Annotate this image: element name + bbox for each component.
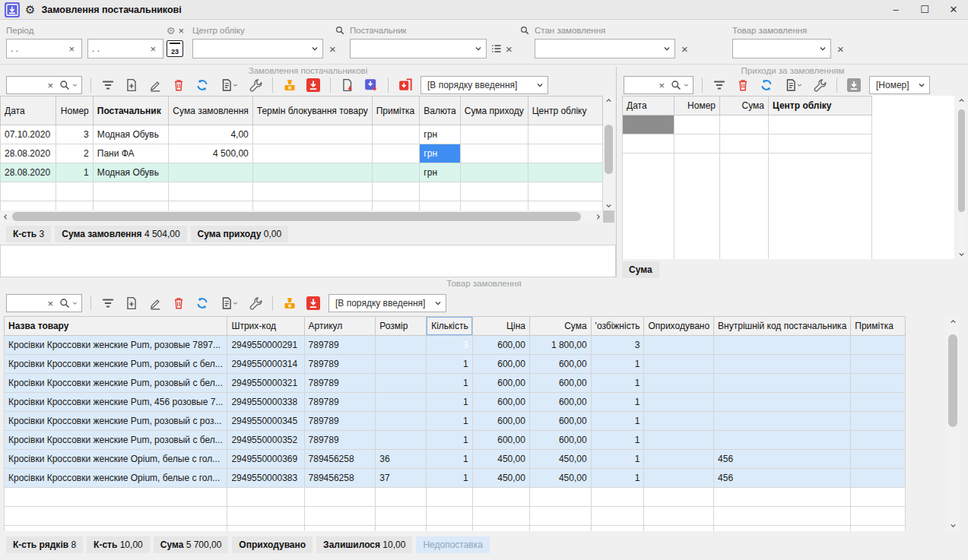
table-cell[interactable] — [169, 163, 252, 182]
table-cell[interactable] — [372, 201, 420, 211]
refresh-button[interactable] — [758, 76, 775, 94]
table-cell[interactable] — [252, 125, 372, 144]
column-header[interactable]: 'озбіжність — [591, 317, 644, 336]
report-menu-button[interactable] — [217, 76, 240, 94]
table-cell[interactable] — [851, 488, 906, 507]
table-cell[interactable]: 28.08.2020 — [1, 144, 56, 163]
scroll-up-icon[interactable] — [947, 318, 959, 325]
table-cell[interactable] — [372, 125, 420, 144]
filter-button[interactable] — [711, 76, 728, 94]
table-cell[interactable]: Кросівки Кроссовки женские Pum, 456 розо… — [5, 393, 227, 412]
table-cell[interactable]: 600,00 — [529, 355, 591, 374]
maximize-button[interactable]: ☐ — [910, 0, 939, 19]
state-clear-icon[interactable]: × — [678, 43, 691, 55]
table-cell[interactable] — [420, 182, 460, 201]
chevron-down-icon[interactable] — [683, 81, 690, 89]
date-from-clear-icon[interactable]: × — [65, 44, 78, 54]
table-cell[interactable] — [426, 507, 472, 526]
table-cell[interactable]: 789789 — [304, 336, 376, 355]
table-cell[interactable]: 789789 — [304, 412, 376, 431]
table-cell[interactable]: 2949550000321 — [227, 374, 304, 393]
table-cell[interactable] — [252, 201, 372, 211]
table-cell[interactable]: 37 — [376, 469, 426, 488]
table-cell[interactable]: Кросівки Кроссовки женские Pum, розовый … — [5, 355, 227, 374]
scrollbar-thumb[interactable] — [948, 334, 957, 427]
table-cell[interactable]: 1 — [426, 469, 472, 488]
column-header[interactable]: Номер — [56, 96, 94, 125]
refresh-button[interactable] — [194, 294, 211, 312]
column-header[interactable]: Примітка — [851, 317, 906, 336]
table-cell[interactable] — [1, 201, 56, 211]
items-vertical-scrollbar[interactable] — [947, 316, 959, 531]
table-cell[interactable]: 600,00 — [472, 412, 529, 431]
table-cell[interactable]: 1 — [591, 393, 644, 412]
table-cell[interactable] — [227, 488, 304, 507]
export-document-button[interactable] — [339, 76, 356, 94]
table-cell[interactable] — [1, 182, 56, 201]
table-row[interactable]: Кросівки Кроссовки женские Pum, 456 розо… — [5, 393, 906, 412]
period-settings-gear-icon[interactable]: ⚙ — [167, 25, 176, 36]
table-cell[interactable]: 600,00 — [472, 355, 529, 374]
table-cell[interactable] — [420, 201, 460, 211]
unload-button[interactable] — [397, 76, 414, 94]
orders-sort-select[interactable]: [В порядку введення] — [421, 76, 548, 94]
table-cell[interactable]: 4,00 — [169, 125, 252, 144]
column-header[interactable]: Дата — [1, 96, 56, 125]
table-cell[interactable]: 789456258 — [304, 450, 376, 469]
table-cell[interactable]: 1 — [591, 431, 644, 450]
table-cell[interactable] — [426, 526, 472, 532]
table-cell[interactable]: 2949550000291 — [227, 336, 304, 355]
table-cell[interactable]: 600,00 — [529, 431, 591, 450]
report-menu-button[interactable] — [782, 76, 805, 94]
table-row[interactable]: Кросівки Кроссовки женские Opium, белые … — [5, 469, 906, 488]
table-cell[interactable]: 600,00 — [529, 412, 591, 431]
delete-record-button[interactable] — [170, 294, 187, 312]
import-button[interactable] — [305, 294, 322, 312]
table-cell[interactable] — [769, 134, 872, 153]
table-cell[interactable] — [644, 355, 714, 374]
weigh-scale-button[interactable] — [281, 76, 298, 94]
import-package-button[interactable] — [363, 76, 379, 94]
calendar-icon[interactable]: 23 — [167, 40, 183, 57]
table-cell[interactable]: грн — [420, 125, 460, 144]
settings-gear-icon[interactable]: ⚙ — [25, 4, 35, 15]
column-header[interactable]: Термін блокування товару — [252, 96, 372, 125]
clear-search-icon[interactable]: × — [655, 81, 668, 90]
table-cell[interactable]: 450,00 — [529, 450, 591, 469]
table-cell[interactable]: 450,00 — [472, 450, 529, 469]
table-cell[interactable] — [252, 163, 372, 182]
scroll-down-icon[interactable] — [603, 202, 614, 209]
column-header[interactable]: Назва товару — [5, 317, 227, 336]
table-cell[interactable]: Пани ФА — [93, 144, 169, 163]
table-row[interactable] — [623, 115, 872, 134]
table-cell[interactable] — [372, 144, 420, 163]
table-cell[interactable]: 1 — [591, 469, 644, 488]
table-cell[interactable] — [674, 134, 720, 153]
items-sort-select[interactable]: [В порядку введення] — [328, 294, 446, 312]
tools-button[interactable] — [811, 76, 828, 94]
table-row[interactable]: 28.08.20201Модная Обувьгрн — [1, 163, 603, 182]
table-cell[interactable] — [851, 374, 906, 393]
column-header[interactable]: Внутрішній код постачальника — [714, 317, 851, 336]
table-cell[interactable] — [644, 336, 714, 355]
table-cell[interactable]: Кросівки Кроссовки женские Pum, розовый … — [5, 374, 227, 393]
table-cell[interactable] — [851, 526, 906, 532]
table-cell[interactable] — [720, 115, 769, 134]
add-record-button[interactable] — [123, 76, 140, 94]
column-header[interactable]: Центр обліку — [769, 96, 872, 115]
chevron-down-icon[interactable] — [71, 81, 78, 89]
column-header[interactable]: Сума — [720, 96, 769, 115]
table-cell[interactable]: 1 — [591, 450, 644, 469]
list-select-icon[interactable] — [490, 43, 503, 55]
table-cell[interactable] — [714, 431, 851, 450]
table-cell[interactable]: 28.08.2020 — [1, 163, 56, 182]
table-cell[interactable] — [304, 507, 376, 526]
search-icon[interactable] — [59, 79, 71, 91]
table-cell[interactable] — [472, 507, 529, 526]
scrollbar-thumb[interactable] — [605, 125, 613, 174]
column-header[interactable]: Сума приходу — [460, 96, 528, 125]
receipts-search-input[interactable]: × — [624, 76, 693, 94]
table-cell[interactable] — [376, 507, 426, 526]
table-cell[interactable] — [623, 115, 674, 134]
table-cell[interactable]: 600,00 — [529, 393, 591, 412]
